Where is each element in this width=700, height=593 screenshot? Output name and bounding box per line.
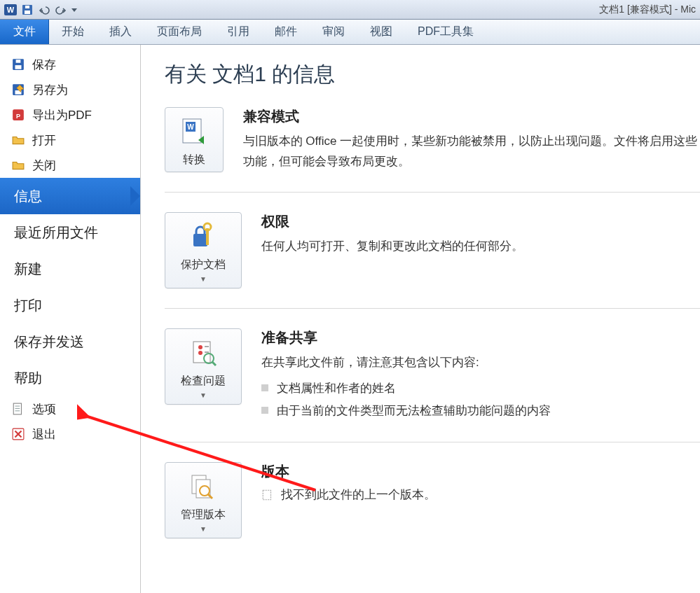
section-prepare-share: 检查问题 ▼ 准备共享 在共享此文件前，请注意其包含以下内容: 文档属性和作者的… [165,328,700,442]
dropdown-icon: ▼ [168,274,238,284]
svg-rect-34 [263,490,270,500]
section-body: 兼容模式 与旧版本的 Office 一起使用时，某些新功能被禁用，以防止出现问题… [243,107,700,172]
section-text: 与旧版本的 Office 一起使用时，某些新功能被禁用，以防止出现问题。文件将启… [243,132,700,172]
svg-rect-20 [193,234,207,246]
sidebar-export-pdf[interactable]: P 导出为PDF [0,102,140,127]
bullet-list: 文档属性和作者的姓名 由于当前的文件类型而无法检查辅助功能问题的内容 [261,377,551,423]
save-as-icon [11,83,25,97]
folder-open-icon [11,133,25,147]
tab-references[interactable]: 引用 [214,20,262,44]
sidebar-item-label: 导出为PDF [32,107,92,123]
bullet-icon [261,384,268,391]
save-icon[interactable] [20,2,35,18]
options-icon [11,402,25,416]
section-body: 权限 任何人均可打开、复制和更改此文档的任何部分。 [261,212,523,257]
section-heading: 兼容模式 [243,107,700,126]
sidebar-item-label: 打开 [32,132,56,148]
window-title: 文档1 [兼容模式] - Mic [599,4,696,16]
bullet-item: 文档属性和作者的姓名 [261,377,551,400]
backstage: 保存 另存为 P 导出为PDF 打开 关闭 信息 最近所用文件 新建 打印 [0,45,700,593]
sidebar-item-label: 新建 [14,260,42,279]
big-button-label: 检查问题 [168,374,238,389]
section-text: 任何人均可打开、复制和更改此文档的任何部分。 [261,237,523,257]
svg-text:W: W [7,6,15,14]
bullet-item: 由于当前的文件类型而无法检查辅助功能问题的内容 [261,400,551,422]
tab-file[interactable]: 文件 [0,20,49,44]
svg-rect-14 [15,408,20,409]
sidebar-exit[interactable]: 退出 [0,421,140,447]
sidebar-recent[interactable]: 最近所用文件 [0,214,140,251]
check-issues-button[interactable]: 检查问题 ▼ [165,328,242,405]
bullet-icon [261,407,268,414]
tab-mailings[interactable]: 邮件 [262,20,310,44]
sidebar-print[interactable]: 打印 [0,287,140,323]
undo-icon[interactable] [36,2,52,18]
folder-close-icon [11,158,25,172]
backstage-main: 有关 文档1 的信息 W 转换 兼容模式 与旧版本的 Office 一起使用时，… [141,45,700,593]
section-body: 准备共享 在共享此文件前，请注意其包含以下内容: 文档属性和作者的姓名 由于当前… [261,328,551,422]
sidebar-save-send[interactable]: 保存并发送 [0,323,140,360]
sidebar-info[interactable]: 信息 [0,178,140,214]
page-title: 有关 文档1 的信息 [165,60,700,89]
sidebar-open[interactable]: 打开 [0,127,140,153]
svg-rect-25 [205,346,209,347]
sidebar-item-label: 保存并发送 [14,333,84,351]
sidebar-close[interactable]: 关闭 [0,153,140,178]
sidebar-save-as[interactable]: 另存为 [0,77,140,102]
svg-point-22 [204,223,211,230]
section-compatibility: W 转换 兼容模式 与旧版本的 Office 一起使用时，某些新功能被禁用，以防… [165,107,700,193]
svg-text:W: W [187,123,194,131]
svg-line-29 [212,362,216,365]
sidebar-item-label: 保存 [32,57,56,73]
section-text: 在共享此文件前，请注意其包含以下内容: [261,353,551,373]
sidebar-item-label: 打印 [14,296,42,315]
qat-customize-icon[interactable] [70,2,78,18]
tab-pagelayout[interactable]: 页面布局 [144,20,214,44]
tab-home[interactable]: 开始 [49,20,97,44]
big-button-label: 管理版本 [168,508,238,522]
tab-view[interactable]: 视图 [357,20,405,44]
ribbon-tabs: 文件 开始 插入 页面布局 引用 邮件 审阅 视图 PDF工具集 [0,20,700,45]
sidebar-item-label: 帮助 [14,369,42,388]
svg-text:P: P [16,113,20,120]
section-heading: 权限 [261,212,523,231]
backstage-sidebar: 保存 另存为 P 导出为PDF 打开 关闭 信息 最近所用文件 新建 打印 [0,45,141,593]
section-heading: 版本 [261,462,436,481]
pdf-icon: P [11,108,25,122]
svg-rect-4 [25,6,29,8]
versions-icon [168,470,238,503]
big-button-label: 转换 [168,153,220,167]
sidebar-item-label: 关闭 [32,158,56,174]
version-missing-icon [261,489,274,501]
manage-versions-button[interactable]: 管理版本 ▼ [165,462,242,538]
save-icon [11,57,25,71]
protect-document-button[interactable]: 保护文档 ▼ [165,212,242,288]
sidebar-new[interactable]: 新建 [0,251,140,287]
sidebar-item-label: 最近所用文件 [14,223,98,242]
inspect-icon [168,336,238,370]
sidebar-item-label: 另存为 [32,82,68,98]
bullet-text: 文档属性和作者的姓名 [277,377,396,400]
big-button-label: 保护文档 [168,258,238,272]
svg-rect-27 [205,351,209,353]
bullet-text: 由于当前的文件类型而无法检查辅助功能问题的内容 [277,400,551,422]
sidebar-options[interactable]: 选项 [0,396,140,421]
svg-rect-6 [15,65,22,69]
svg-rect-3 [25,11,30,14]
tab-insert[interactable]: 插入 [97,20,144,44]
sidebar-help[interactable]: 帮助 [0,360,140,396]
tab-pdf-tools[interactable]: PDF工具集 [405,20,486,44]
version-line: 找不到此文件的上一个版本。 [261,487,436,503]
svg-point-24 [198,345,203,349]
svg-rect-13 [15,406,20,407]
sidebar-item-label: 退出 [32,426,56,442]
dropdown-icon: ▼ [168,390,238,400]
sidebar-save[interactable]: 保存 [0,52,140,77]
version-text: 找不到此文件的上一个版本。 [281,487,436,503]
word-app-icon[interactable]: W [3,2,18,18]
tab-review[interactable]: 审阅 [310,20,357,44]
section-permissions: 保护文档 ▼ 权限 任何人均可打开、复制和更改此文档的任何部分。 [165,212,700,309]
section-body: 版本 找不到此文件的上一个版本。 [261,462,436,503]
redo-icon[interactable] [53,2,69,18]
convert-button[interactable]: W 转换 [165,107,224,172]
